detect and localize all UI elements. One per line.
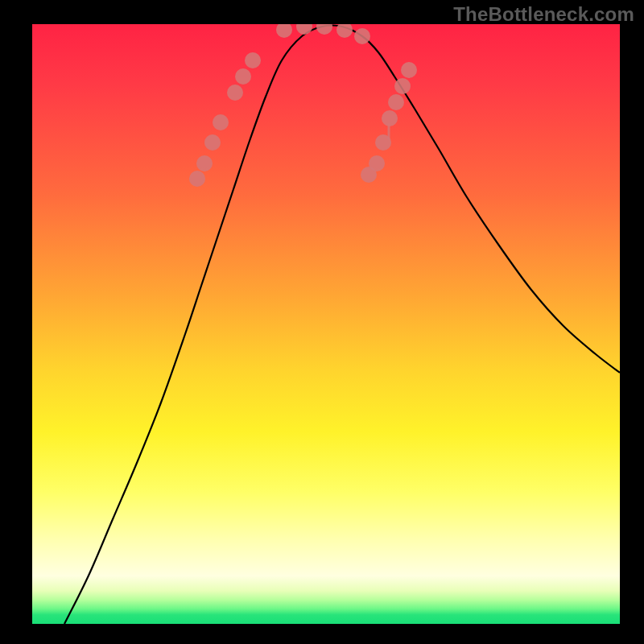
highlight-dot [235, 68, 251, 85]
highlight-dot [394, 78, 411, 94]
highlight-dot [336, 24, 353, 38]
highlight-dot [316, 24, 332, 35]
highlight-dot [204, 134, 221, 151]
highlight-dot [245, 52, 261, 68]
highlight-dot [276, 24, 292, 38]
chart-frame: TheBottleneck.com [0, 0, 644, 644]
plot-area [32, 24, 620, 624]
curve-svg [32, 24, 620, 624]
highlight-dot [196, 155, 213, 171]
highlight-dots-group [189, 24, 417, 187]
bottleneck-curve [64, 26, 620, 625]
highlight-dot [227, 85, 243, 101]
highlight-dot [213, 114, 229, 130]
highlight-dot [296, 24, 312, 35]
highlight-dot [369, 155, 385, 171]
highlight-dot [354, 28, 370, 44]
highlight-dot [388, 94, 404, 110]
highlight-dot [189, 171, 205, 187]
watermark-text: TheBottleneck.com [453, 3, 634, 26]
highlight-dot [401, 62, 417, 78]
